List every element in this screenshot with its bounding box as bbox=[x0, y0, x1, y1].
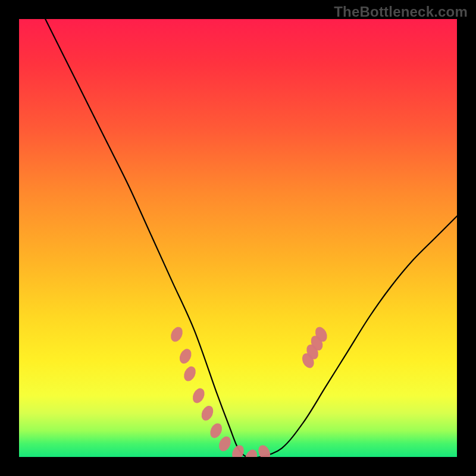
marker-dot bbox=[177, 347, 193, 365]
marker-dot bbox=[208, 421, 224, 440]
marker-dot bbox=[168, 325, 184, 343]
curve-layer bbox=[19, 19, 457, 457]
chart-frame: TheBottleneck.com bbox=[0, 0, 476, 476]
marker-dot bbox=[256, 443, 273, 457]
marker-dot bbox=[181, 365, 198, 383]
plot-area bbox=[19, 19, 457, 457]
watermark-label: TheBottleneck.com bbox=[334, 4, 468, 20]
marker-dot bbox=[243, 447, 259, 457]
marker-dot bbox=[190, 386, 206, 405]
marker-group bbox=[168, 325, 329, 457]
marker-dot bbox=[199, 404, 215, 422]
marker-dot bbox=[217, 434, 233, 453]
bottleneck-curve bbox=[45, 19, 457, 457]
